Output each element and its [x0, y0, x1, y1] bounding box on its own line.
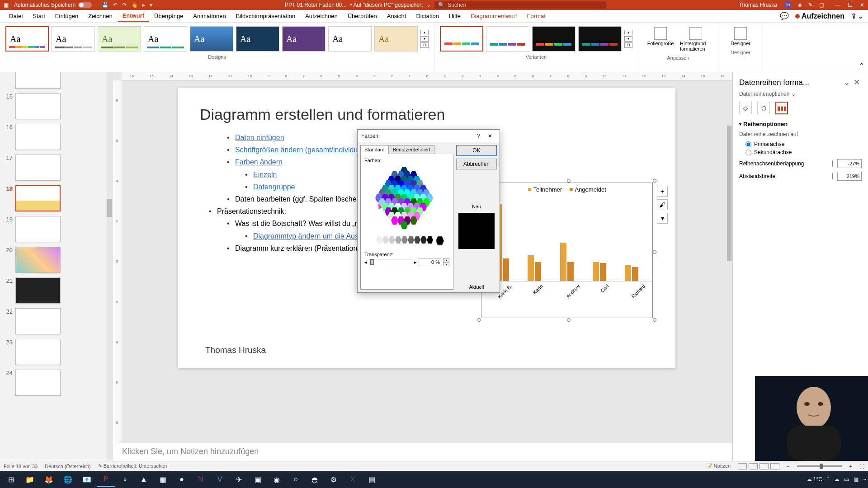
chart-plot[interactable] [481, 196, 652, 282]
view-reading-icon[interactable] [760, 463, 769, 469]
thumb-19[interactable] [15, 216, 61, 242]
trans-down-icon[interactable]: ▾ [443, 262, 449, 266]
collapse-ribbon-icon[interactable]: ⌄ [858, 12, 863, 20]
format-background-button[interactable]: Hintergrund formatieren [680, 27, 712, 52]
ruler-horizontal[interactable]: 1615141312111098765432101234567891011121… [122, 72, 732, 80]
gap-input[interactable] [837, 172, 862, 181]
tab-bildschirm[interactable]: Bildschirmpräsentation [231, 11, 300, 21]
user-name[interactable]: Thomas Hruska [739, 2, 777, 8]
slide-thumbnails[interactable]: 15 16 17 18 19 20 21 22 23 24 [0, 72, 113, 461]
file-name[interactable]: PPT 01 Roter Faden 00... [285, 2, 347, 8]
grayscale-row[interactable] [364, 236, 449, 245]
slide-counter[interactable]: Folie 18 von 33 [4, 464, 38, 469]
maximize-icon[interactable]: ☐ [848, 2, 853, 8]
variant-3[interactable] [532, 26, 576, 52]
design-thumb-4[interactable]: Aa [144, 26, 187, 52]
notes-toggle[interactable]: 📝 Notizen [706, 463, 731, 469]
radio-primary[interactable]: Primärachse [745, 141, 862, 147]
language[interactable]: Deutsch (Österreich) [45, 464, 90, 469]
notes-pane[interactable]: Klicken Sie, um Notizen hinzuzufügen [113, 443, 732, 461]
qat-more-icon[interactable]: ▾ [150, 2, 152, 8]
design-thumb-7[interactable]: Aa [282, 26, 326, 52]
radio-secondary[interactable]: Sekundärachse [745, 149, 862, 155]
tab-custom[interactable]: Benutzerdefiniert [389, 145, 434, 154]
tray-icon-1[interactable]: ▭ [844, 476, 849, 483]
avatar[interactable]: TH [783, 1, 792, 9]
tab-entwurf[interactable]: Entwurf [118, 10, 149, 22]
autosave-toggle[interactable]: Automatisches Speichern [14, 2, 92, 8]
chart-plus-icon[interactable]: + [657, 186, 668, 197]
fit-icon[interactable]: ⛶ [859, 464, 864, 469]
designer-button[interactable]: Designer [725, 27, 756, 46]
transparency-input[interactable] [419, 258, 441, 266]
accessibility[interactable]: ✎ Barrierefreiheit: Untersuchen [98, 463, 167, 469]
present-icon[interactable]: ▸ [142, 2, 145, 8]
series-icon[interactable]: ▮▮▮ [775, 102, 788, 114]
tab-animationen[interactable]: Animationen [189, 11, 230, 21]
app-icon-3[interactable]: ● [173, 472, 191, 487]
signature-icon[interactable]: ~ [863, 476, 866, 483]
editor-scrollbar-v[interactable] [726, 80, 732, 443]
chart-filter-icon[interactable]: ▾ [657, 213, 668, 224]
app-icon-5[interactable]: ▣ [249, 472, 267, 487]
thumb-17[interactable] [15, 155, 61, 181]
zoom-slider[interactable] [797, 465, 842, 467]
view-normal-icon[interactable] [738, 463, 747, 469]
tab-aufzeichnen[interactable]: Aufzeichnen [301, 11, 342, 21]
fill-icon[interactable]: ◇ [739, 102, 752, 114]
variant-more-icon[interactable]: ⊟ [624, 42, 632, 48]
design-thumb-1[interactable]: Aa [5, 26, 49, 52]
ruler-vertical[interactable]: 864202468 [113, 80, 121, 443]
slide-title[interactable]: Diagramm erstellen und formatieren [200, 106, 654, 123]
variant-4[interactable] [578, 26, 622, 52]
tab-standard[interactable]: Standard [360, 145, 389, 154]
effects-icon[interactable]: ⬠ [757, 102, 770, 114]
onedrive-icon[interactable]: ☁ [834, 476, 840, 483]
trans-up-icon[interactable]: ▴ [443, 258, 449, 262]
variant-2[interactable] [486, 26, 529, 52]
app-icon-9[interactable]: ▤ [363, 472, 381, 487]
tab-ansicht[interactable]: Ansicht [382, 11, 411, 21]
trans-left-icon[interactable]: ◂ [364, 259, 367, 265]
cancel-button[interactable]: Abbrechen [456, 159, 497, 169]
dropdown-icon[interactable]: ⌄ [426, 2, 431, 8]
tab-hilfe[interactable]: Hilfe [444, 11, 465, 21]
design-thumb-6[interactable]: Aa [236, 26, 279, 52]
tab-datei[interactable]: Datei [5, 11, 27, 21]
tab-zeichnen[interactable]: Zeichnen [84, 11, 117, 21]
tab-start[interactable]: Start [28, 11, 49, 21]
close-icon[interactable]: ✕ [860, 2, 864, 8]
design-thumb-2[interactable]: Aa [52, 26, 95, 52]
record-button[interactable]: Aufzeichnen [795, 12, 844, 20]
gap-slider[interactable] [832, 173, 837, 179]
thumb-21[interactable] [15, 277, 61, 304]
gallery-down-icon[interactable]: ▾ [420, 36, 429, 42]
redo-icon[interactable]: ↷ [122, 2, 127, 8]
app-icon-2[interactable]: ▦ [154, 472, 172, 487]
dialog-close-icon[interactable]: ✕ [484, 133, 496, 139]
tab-format[interactable]: Format [523, 11, 550, 21]
tray-icon-2[interactable]: ▥ [854, 476, 859, 483]
tab-einfuegen[interactable]: Einfügen [51, 11, 83, 21]
tab-uebergaenge[interactable]: Übergänge [150, 11, 188, 21]
variant-1[interactable] [440, 26, 483, 52]
onenote-icon[interactable]: N [192, 472, 210, 487]
pen-icon[interactable]: ✎ [808, 2, 813, 8]
tray-up-icon[interactable]: ˄ [827, 476, 830, 483]
design-thumb-3[interactable]: Aa [98, 26, 141, 52]
touch-icon[interactable]: 👆 [131, 2, 138, 8]
zoom-in-icon[interactable]: + [849, 464, 852, 469]
slide-size-button[interactable]: Foliengröße [645, 27, 676, 52]
save-status[interactable]: • Auf "diesem PC" gespeichert [350, 2, 423, 8]
comments-icon[interactable]: 💬 [780, 12, 789, 20]
color-hexagon[interactable] [371, 167, 443, 230]
thumb-23[interactable] [15, 339, 61, 365]
pane-dropdown-icon[interactable]: ⌄ [842, 78, 852, 87]
chart-brush-icon[interactable]: 🖌 [657, 199, 668, 210]
tab-diagrammentwurf[interactable]: Diagrammentwurf [466, 11, 522, 21]
gallery-more-icon[interactable]: ⊟ [420, 42, 429, 48]
dialog-help-icon[interactable]: ? [472, 133, 484, 139]
save-icon[interactable]: 💾 [102, 2, 108, 8]
app-icon-8[interactable]: ◓ [306, 472, 324, 487]
app-icon-6[interactable]: ◉ [268, 472, 286, 487]
